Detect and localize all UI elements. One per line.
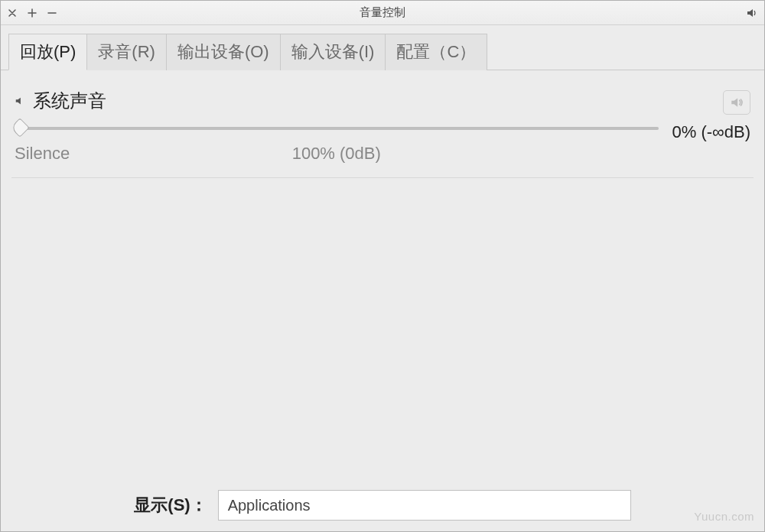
tab-label: 录音(R) [98,42,155,61]
volume-readout: 0% (-∞dB) [672,122,750,142]
show-label: 显示(S)： [134,494,207,517]
show-select[interactable]: Applications [218,490,631,521]
content-area: 系统声音 Silence 100% (0dB) [1,70,764,531]
slider-labels: Silence 100% (0dB) [15,144,659,164]
volume-slider[interactable] [15,119,659,138]
tab-label: 输出设备(O) [177,42,269,61]
tab-recording[interactable]: 录音(R) [86,34,167,70]
mute-button[interactable] [723,90,750,115]
tab-label: 配置（C） [396,42,476,61]
window-controls [7,8,57,18]
close-button[interactable] [7,8,18,18]
tab-playback[interactable]: 回放(P) [8,34,87,70]
maximize-button[interactable] [27,8,37,18]
volume-control-window: 音量控制 回放(P) 录音(R) 输出设备(O) 输入设备(I) 配置（C） [0,0,765,532]
show-selected-value: Applications [228,497,311,514]
slider-min-label: Silence [15,144,70,164]
speaker-icon [15,96,25,106]
tab-label: 回放(P) [20,42,76,61]
tab-configuration[interactable]: 配置（C） [385,34,487,70]
slider-thumb[interactable] [10,118,29,137]
tab-label: 输入设备(I) [291,42,375,61]
show-bar: 显示(S)： Applications [11,482,754,531]
minimize-button[interactable] [47,8,57,18]
content-spacer [11,178,754,482]
slider-center-label: 100% (0dB) [292,144,381,164]
window-title: 音量控制 [1,5,764,20]
tab-output-devices[interactable]: 输出设备(O) [166,34,281,70]
stream-system-sounds: 系统声音 Silence 100% (0dB) [11,84,754,178]
speaker-icon [746,7,758,19]
stream-main: 系统声音 Silence 100% (0dB) [15,89,659,164]
tab-input-devices[interactable]: 输入设备(I) [280,34,386,70]
stream-name: 系统声音 [33,89,106,113]
tab-bar: 回放(P) 录音(R) 输出设备(O) 输入设备(I) 配置（C） [1,25,764,70]
stream-right: 0% (-∞dB) [672,89,750,142]
slider-track [15,127,659,130]
titlebar: 音量控制 [1,1,764,25]
stream-header: 系统声音 [15,89,659,113]
